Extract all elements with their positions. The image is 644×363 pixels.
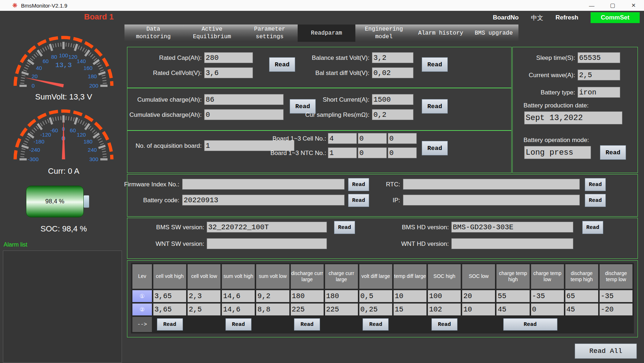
threshold-value: 15 [394, 304, 426, 315]
tab-readparam[interactable]: Readparam [298, 25, 355, 42]
read-short-current-button[interactable]: Read [422, 99, 448, 114]
battery-body: 98,4 % [26, 186, 84, 217]
maximize-icon[interactable]: ▢ [602, 0, 623, 11]
read-boards-button[interactable]: Read [422, 141, 448, 155]
read-battery-code-button[interactable]: Read [348, 194, 369, 207]
tab-engineering-model[interactable]: Engineering model [355, 25, 412, 42]
rtc-input[interactable] [403, 179, 580, 190]
bms-sw-input[interactable] [207, 222, 327, 233]
short-current-input[interactable] [372, 94, 413, 105]
threshold-value: 102 [428, 304, 461, 315]
tab-alarm-history[interactable]: Alarm history [412, 25, 469, 42]
current-wave-input[interactable] [578, 70, 620, 80]
read-all-button[interactable]: Read All [575, 344, 637, 359]
column-header-volt-diff-large: volt diff large [359, 264, 392, 289]
language-toggle[interactable]: 中文 [531, 14, 543, 22]
read-level-button[interactable]: Read [225, 318, 251, 331]
alarm-list-panel[interactable] [3, 251, 122, 363]
cur-sampling-input[interactable] [372, 109, 413, 120]
read-cell: Read [496, 317, 564, 332]
cell-no-input-1[interactable] [328, 133, 357, 144]
app-window: ❋ BmsMonitor-V2.1.9 — ▢ ✕ Board 1 BoardN… [0, 0, 644, 363]
tab-parameter-settings[interactable]: Parameter settings [242, 25, 298, 42]
sleep-time-input[interactable] [578, 52, 620, 63]
threshold-value: 45 [496, 304, 529, 315]
bal-diff-input[interactable] [372, 67, 413, 78]
tab-data-monitoring[interactable]: Data monitoring [124, 25, 182, 42]
gauge-dial: -300-240-180-120-600601201802403000 [11, 105, 116, 164]
read-balance-button[interactable]: Read [422, 57, 448, 72]
tab-active-equilibrium[interactable]: Active Equilibrium [182, 25, 242, 42]
cell-no-input-2[interactable] [358, 133, 387, 144]
refresh-button[interactable]: Refresh [556, 14, 578, 21]
title-bar: ❋ BmsMonitor-V2.1.9 — ▢ ✕ [0, 0, 644, 11]
read-level-button[interactable]: Read [503, 318, 557, 331]
read-level-button[interactable]: Read [294, 318, 320, 331]
cur-sampling-label: Cur sampling Res(mΩ): [305, 111, 369, 119]
cell-no-input-3[interactable] [388, 133, 417, 144]
read-level-button[interactable]: Read [157, 318, 183, 331]
read-level-button[interactable]: Read [431, 318, 457, 331]
read-level-button[interactable]: Read [363, 318, 389, 331]
operation-mode-input[interactable] [524, 146, 591, 159]
svg-text:13,3: 13,3 [55, 61, 72, 69]
bal-diff-label: Bal start diff Volt(V): [315, 70, 369, 77]
cumulative-charge-input[interactable] [204, 94, 284, 105]
close-icon[interactable]: ✕ [623, 0, 644, 11]
ntc-no-input-2[interactable] [358, 147, 387, 158]
read-cell: Read [222, 317, 255, 332]
rated-cap-input[interactable] [204, 52, 253, 63]
read-cell [256, 317, 289, 332]
threshold-value: 65 [565, 290, 598, 302]
section-versions: BMS SW version: Read BMS HD version: Rea… [127, 218, 638, 259]
ip-input[interactable] [403, 195, 580, 205]
battery-code-input[interactable] [182, 195, 345, 205]
rated-cellvolt-label: Rated CellVolt(V): [153, 70, 202, 77]
column-header-soc-high: SOC high [428, 264, 461, 289]
ntc-no-label: Board 1~3 NTC No.: [271, 150, 327, 157]
column-header-sum-volt-high: sum volt high [222, 264, 255, 289]
gauge-dial: 02040608010012014016018020013,3 [11, 32, 116, 90]
read-firmware-button[interactable]: Read [348, 178, 369, 191]
current-gauge: -300-240-180-120-600601201802403000 [11, 105, 116, 164]
svg-text:300: 300 [89, 156, 98, 162]
section-acquisition: No. of acquisition board: Board 1~3 Cell… [127, 130, 512, 173]
read-bms-sw-button[interactable]: Read [334, 221, 355, 234]
balance-start-input[interactable] [372, 52, 413, 63]
tab-bms-upgrade[interactable]: BMS upgrade [469, 25, 518, 42]
threshold-value: 14,6 [222, 290, 255, 302]
threshold-value: 2,5 [188, 304, 220, 315]
bms-hd-input[interactable] [451, 222, 573, 233]
section-alarm-table: Levcell volt highcell volt lowsum volt h… [127, 260, 638, 337]
ntc-no-input-1[interactable] [328, 147, 357, 158]
wnt-hd-input[interactable] [451, 238, 573, 249]
read-rtc-button[interactable]: Read [585, 178, 606, 191]
cumulative-discharge-input[interactable] [204, 109, 284, 120]
firmware-index-input[interactable] [182, 179, 345, 190]
read-cell: Read [428, 317, 461, 332]
wnt-hd-label: WNT HD version: [401, 240, 449, 248]
balance-start-label: Balance start Volt(V): [312, 54, 369, 62]
sleep-time-label: Sleep time(S): [536, 54, 575, 62]
minimize-icon[interactable]: — [581, 0, 602, 11]
rated-cellvolt-input[interactable] [204, 67, 253, 78]
column-header-temp-diff-large: temp diff large [394, 264, 426, 289]
wnt-sw-input[interactable] [207, 238, 327, 249]
wnt-sw-label: WNT SW version: [155, 240, 204, 248]
battery-percent: 98,4 % [45, 198, 65, 205]
sumvolt-caption: SumVolt: 13,3 V [3, 92, 124, 102]
read-cell [325, 317, 358, 332]
short-current-label: Short Current(A): [323, 96, 369, 103]
threshold-value: 55 [496, 290, 529, 302]
commset-button[interactable]: CommSet [591, 12, 640, 23]
boardno-button[interactable]: BoardNo [493, 14, 519, 21]
read-rated-button[interactable]: Read [269, 57, 295, 72]
section-battery-info: Sleep time(S): Current wave(A): Battery … [512, 47, 638, 173]
read-ip-button[interactable]: Read [585, 194, 606, 207]
read-bms-hd-button[interactable]: Read [582, 221, 603, 234]
read-mode-button[interactable]: Read [600, 145, 626, 160]
battery-type-input[interactable] [578, 87, 620, 98]
ntc-no-input-3[interactable] [388, 147, 417, 158]
production-date-input[interactable] [524, 111, 622, 124]
app-gear-icon: ❋ [12, 2, 17, 9]
